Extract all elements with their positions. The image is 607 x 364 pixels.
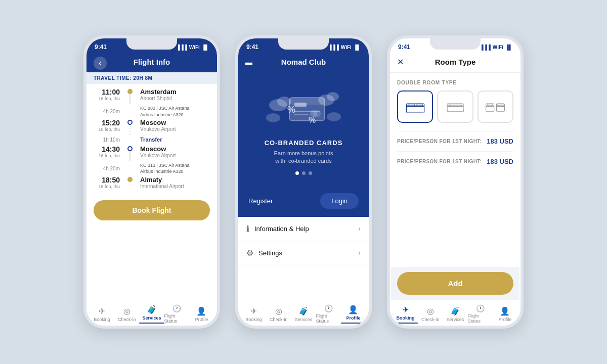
info-label: Information & Help — [254, 225, 309, 233]
nav-flightstatus-1[interactable]: 🕐 Flight Status — [164, 304, 189, 324]
city-moscow2: Moscow — [140, 145, 210, 153]
dep-time-1: 11:00 — [94, 88, 120, 96]
nav-profile-3[interactable]: 👤 Profile — [493, 306, 517, 322]
time-col-2: 15:20 16 feb, thu — [94, 119, 120, 132]
profile-icon-3: 👤 — [500, 306, 510, 316]
duration-row-1: 4h 20m KC 883 | JSC Air Astana Airbus In… — [94, 105, 210, 118]
settings-label: Settings — [258, 249, 282, 257]
dot-almaty — [127, 177, 133, 182]
flight-info-header: ‹ Flight Info — [86, 54, 217, 72]
wifi-icon-3: WiFi — [493, 44, 503, 50]
nav-booking-1[interactable]: ✈ Booking — [90, 306, 114, 322]
nav-checkin-2[interactable]: ◎ Check-in — [266, 306, 291, 322]
flight-row-amsterdam: 11:00 16 feb, thu Amsterdam Airport Ship… — [94, 88, 210, 104]
transfer-badge: Transfer — [140, 136, 162, 143]
services-label-2: Services — [295, 317, 313, 322]
dur-info-2: KC 313 | JSC Air Astana Airbus Industrie… — [140, 162, 210, 175]
bottom-nav-2: ✈ Booking ◎ Check-in 🧳 Services 🕐 Flight… — [238, 300, 369, 326]
dot-3 — [309, 171, 312, 175]
menu-item-settings[interactable]: ⚙ Settings › — [238, 241, 369, 265]
settings-icon: ⚙ — [246, 248, 253, 258]
dep-date-2: 16 feb, thu — [94, 153, 120, 158]
signal-icon-3: ▐▐▐ — [480, 44, 491, 50]
flight-row-moscow1: 15:20 16 feb, thu Moscow Vnukovo Airport — [94, 119, 210, 135]
profile-label-3: Profile — [499, 317, 512, 322]
register-button[interactable]: Register — [248, 197, 273, 205]
flightstatus-icon-1: 🕐 — [172, 304, 181, 312]
flightstatus-icon-3: 🕐 — [476, 304, 485, 312]
city-amsterdam: Amsterdam — [140, 88, 210, 96]
info-icon: ℹ — [246, 224, 249, 234]
dur-time-1: 4h 20m — [94, 109, 120, 114]
nav-profile-2[interactable]: 👤 Profile — [341, 305, 366, 324]
checkin-label-1: Check-in — [118, 317, 136, 322]
phone-room-type: 9:41 ▐▐▐ WiFi ▐▌ ✕ Room Type DOUBLE ROOM… — [387, 35, 524, 329]
cloud-card-svg: % % — [263, 82, 344, 133]
nav-underline-1 — [139, 323, 164, 324]
room-card-double[interactable] — [397, 90, 433, 123]
svg-point-4 — [266, 113, 280, 122]
arr-date-2: 16 feb, thu — [94, 184, 120, 189]
nav-booking-2[interactable]: ✈ Booking — [241, 306, 266, 322]
menu-item-info[interactable]: ℹ Information & Help › — [238, 217, 369, 241]
close-button[interactable]: ✕ — [397, 57, 404, 67]
flight-info-content: TRAVEL TIME: 20H 8M 11:00 16 feb, thu Am… — [86, 72, 217, 300]
header-title-1: Flight Info — [95, 58, 209, 66]
time-2: 9:41 — [246, 43, 258, 51]
single-bed-icon-1 — [445, 99, 465, 114]
status-icons-1: ▐▐▐ WiFi ▐▌ — [177, 44, 209, 50]
nav-checkin-1[interactable]: ◎ Check-in — [114, 306, 139, 322]
nav-underline-2 — [341, 323, 366, 324]
nav-booking-3[interactable]: ✈ Booking — [393, 305, 418, 324]
time-3: 9:41 — [398, 43, 410, 51]
nav-services-2[interactable]: 🧳 Services — [291, 306, 316, 322]
nav-services-1[interactable]: 🧳 Services — [139, 305, 164, 324]
room-cards — [397, 90, 513, 123]
booking-label-2: Booking — [245, 317, 262, 322]
nav-services-3[interactable]: 🧳 Services — [443, 306, 467, 322]
info-chevron: › — [358, 224, 361, 233]
booking-label-3: Booking — [397, 315, 415, 321]
dest-moscow1: Moscow Vnukovo Airport — [140, 119, 210, 132]
nav-flightstatus-3[interactable]: 🕐 Flight Status — [468, 304, 493, 324]
login-button[interactable]: Login — [320, 193, 359, 209]
dur-info-1: KC 883 | JSC Air Astana Airbus Industrie… — [140, 105, 210, 118]
menu-icon[interactable]: ▬ — [245, 58, 252, 66]
phone-notch — [126, 38, 177, 50]
dep-time-2: 14:30 — [94, 145, 120, 153]
arr-date-1: 16 feb, thu — [94, 127, 120, 132]
room-card-single1[interactable] — [437, 90, 473, 123]
transfer-row: 1h 10m Transfer — [94, 136, 210, 144]
profile-label-2: Profile — [346, 315, 360, 321]
auth-row: Register Login — [238, 187, 369, 217]
line-2 — [129, 125, 131, 135]
banner-dots — [246, 171, 361, 175]
nav-profile-1[interactable]: 👤 Profile — [189, 306, 214, 322]
wifi-icon: WiFi — [189, 44, 200, 50]
profile-label-1: Profile — [195, 317, 208, 322]
menu-item-info-left: ℹ Information & Help — [246, 224, 309, 234]
nomad-banner: % % CO-BRANDED CARDS Earn more bonus poi… — [238, 72, 369, 187]
battery-icon: ▐▌ — [202, 44, 209, 50]
nav-underline-3 — [393, 323, 418, 324]
nav-checkin-3[interactable]: ◎ Check-in — [418, 306, 443, 322]
dot-moscow2 — [127, 146, 133, 151]
airport-almaty: International Airport — [140, 184, 210, 189]
nav-flightstatus-2[interactable]: 🕐 Flight Status — [316, 304, 341, 324]
dest-moscow2: Moscow Vnukovo Airport — [140, 145, 210, 158]
room-card-twin[interactable] — [478, 90, 513, 123]
back-button[interactable]: ‹ — [94, 57, 107, 70]
checkin-label-3: Check-in — [421, 317, 440, 322]
checkin-icon-2: ◎ — [275, 306, 282, 316]
timeline-col-2 — [125, 119, 135, 135]
menu-list: ℹ Information & Help › ⚙ Settings › — [238, 217, 369, 300]
flight-row-moscow2: 14:30 16 feb, thu Moscow Vnukovo Airport — [94, 145, 210, 161]
transfer-time: 1h 10m — [94, 137, 120, 143]
booking-label-1: Booking — [94, 317, 110, 322]
book-flight-button[interactable]: Book Flight — [94, 200, 210, 220]
add-button[interactable]: Add — [397, 272, 513, 295]
svg-point-5 — [327, 112, 341, 121]
twin-bed-icon — [485, 99, 505, 114]
services-icon-1: 🧳 — [147, 305, 157, 314]
dur-time-2: 4h 20m — [94, 166, 120, 171]
